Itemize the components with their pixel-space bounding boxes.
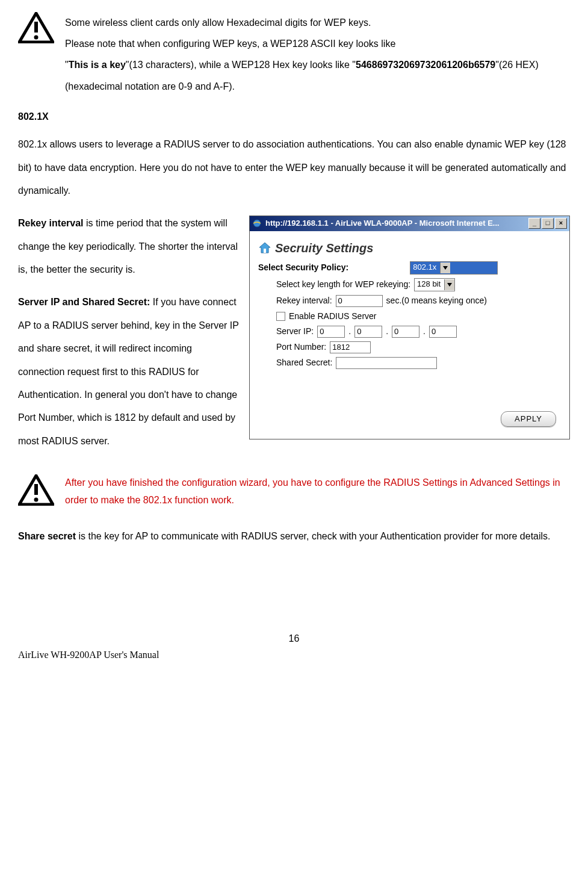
shared-secret-label: Shared Secret:: [276, 357, 332, 369]
server-ip-row: Server IP: 0. 0. 0. 0: [276, 326, 561, 338]
note-line: Please note that when configuring WEP ke…: [65, 33, 570, 54]
warning-text-2: After you have finished the configuratio…: [65, 474, 570, 509]
rekey-interval-input[interactable]: 0: [336, 295, 383, 307]
enable-radius-label: Enable RADIUS Server: [289, 311, 377, 323]
ip-octet-1-input[interactable]: 0: [317, 326, 345, 338]
svg-point-2: [34, 36, 39, 40]
window-titlebar: http://192.168.1.1 - AirLive WLA-9000AP …: [250, 216, 569, 231]
minimize-button[interactable]: _: [528, 218, 540, 229]
ip-octet-4-input[interactable]: 0: [429, 326, 457, 338]
security-policy-row: Select Security Policy: 802.1x: [258, 261, 561, 275]
intro-paragraph: 802.1x allows users to leverage a RADIUS…: [18, 133, 570, 202]
panel-title-text: Secruity Settings: [275, 240, 373, 256]
chevron-down-icon: [444, 279, 454, 290]
page-number: 16: [18, 632, 570, 645]
svg-rect-5: [264, 249, 266, 253]
share-secret-paragraph: Share secret is the key for AP to commun…: [18, 525, 570, 548]
note-line: "This is a key"(13 characters), while a …: [65, 54, 570, 75]
svg-point-3: [253, 220, 261, 227]
port-label: Port Number:: [276, 341, 326, 353]
panel-title: Secruity Settings: [258, 240, 561, 256]
text-bold: Share secret: [18, 531, 76, 541]
close-button[interactable]: ×: [555, 218, 567, 229]
warning-icon: [18, 12, 54, 42]
port-number-row: Port Number: 1812: [276, 341, 561, 353]
home-icon: [258, 241, 271, 255]
svg-point-10: [34, 498, 39, 502]
dropdown-value: 802.1x: [413, 262, 436, 273]
note-line: Some wireless client cards only allow He…: [65, 12, 570, 33]
chevron-down-icon: [440, 262, 450, 273]
server-ip-label: Server IP:: [276, 326, 314, 338]
key-length-row: Select key length for WEP rekeying: 128 …: [276, 278, 561, 291]
ie-icon: [252, 219, 262, 228]
warning-block-1: Some wireless client cards only allow He…: [18, 12, 570, 97]
enable-radius-row: Enable RADIUS Server: [276, 311, 561, 323]
shared-secret-row: Shared Secret:: [276, 357, 561, 369]
warning-icon: [18, 474, 54, 504]
manual-title: AirLive WH-9200AP User's Manual: [18, 648, 570, 662]
key-length-select[interactable]: 128 bit: [414, 278, 455, 291]
panel-body: Secruity Settings Select Security Policy…: [250, 231, 569, 439]
security-policy-select[interactable]: 802.1x: [410, 261, 498, 275]
svg-marker-6: [443, 266, 448, 270]
note-line: (hexadecimal notation are 0-9 and A-F).: [65, 76, 570, 97]
text: "(13 characters), while a WEP128 Hex key…: [126, 60, 356, 70]
text: If you have connect AP to a RADIUS serve…: [18, 297, 239, 445]
rekey-label: Rekey interval:: [276, 295, 332, 307]
text: "(26 HEX): [495, 60, 538, 70]
security-policy-label: Select Security Policy:: [258, 262, 348, 274]
port-number-input[interactable]: 1812: [330, 341, 371, 353]
section-heading-8021x: 802.1X: [18, 110, 570, 123]
settings-group: Select key length for WEP rekeying: 128 …: [276, 278, 561, 370]
rekey-interval-row: Rekey interval: 0 sec.(0 means keying on…: [276, 295, 561, 307]
ip-octet-2-input[interactable]: 0: [354, 326, 382, 338]
text: is the key for AP to communicate with RA…: [76, 531, 551, 541]
warning-block-2: After you have finished the configuratio…: [18, 474, 570, 509]
enable-radius-checkbox[interactable]: [276, 312, 285, 321]
dropdown-value: 128 bit: [417, 279, 441, 290]
window-title: http://192.168.1.1 - AirLive WLA-9000AP …: [265, 218, 500, 229]
shared-secret-input[interactable]: [336, 357, 437, 369]
rekey-suffix: sec.(0 means keying once): [386, 295, 487, 307]
svg-rect-1: [34, 22, 38, 33]
svg-marker-7: [447, 283, 452, 287]
text-bold: This is a key: [69, 60, 126, 70]
window-buttons: _ □ ×: [528, 218, 567, 229]
svg-rect-9: [34, 484, 38, 495]
warning-text-1: Some wireless client cards only allow He…: [65, 12, 570, 97]
maximize-button[interactable]: □: [542, 218, 554, 229]
key-length-label: Select key length for WEP rekeying:: [276, 279, 410, 291]
text-bold: Server IP and Shared Secret:: [18, 297, 150, 307]
text-bold: 546869732069732061206b6579: [356, 60, 495, 70]
ip-octet-3-input[interactable]: 0: [392, 326, 419, 338]
browser-window: http://192.168.1.1 - AirLive WLA-9000AP …: [249, 216, 570, 439]
text-bold: Rekey interval: [18, 218, 84, 228]
apply-button[interactable]: APPLY: [501, 411, 556, 427]
